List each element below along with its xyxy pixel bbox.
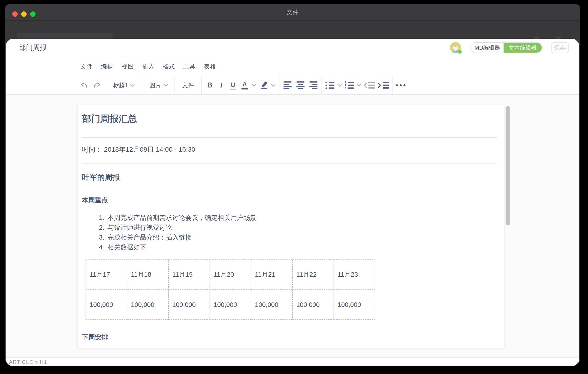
editor-mode-toggle: MD编辑器 文本编辑器 (471, 42, 542, 53)
table-value-row: 100,000 100,000 100,000 100,000 100,000 … (86, 290, 375, 320)
table-cell[interactable]: 100,000 (251, 290, 293, 320)
horizontal-rule (82, 163, 497, 164)
menu-insert[interactable]: 插入 (142, 63, 155, 70)
align-left-icon (284, 81, 292, 89)
image-insert-select[interactable]: 图片 (146, 78, 171, 92)
menu-edit[interactable]: 编辑 (101, 63, 114, 70)
doc-time-line: 时间： 2018年12月09日 14:00 - 16:30 (82, 144, 497, 154)
list-item: 本周完成产品前期需求讨论会议，确定相关用户场景 (106, 213, 497, 222)
underline-button[interactable]: U (228, 78, 238, 92)
doc-heading-3: 本周重点 (82, 195, 497, 205)
align-left-button[interactable] (283, 78, 293, 92)
window-title: 文件 (5, 4, 580, 20)
toolbar-separator (392, 76, 392, 95)
menu-view[interactable]: 视图 (122, 63, 134, 70)
align-right-icon (309, 81, 317, 89)
document-title: 部门周报 (19, 43, 47, 52)
table-header-row: 11月17 11月18 11月19 11月20 11月21 11月22 11月2… (86, 260, 375, 290)
more-options-button[interactable] (396, 78, 406, 92)
table-cell[interactable]: 100,000 (334, 290, 375, 320)
outdent-button[interactable] (364, 78, 375, 92)
editor-content-area: 部门周报汇总 时间： 2018年12月09日 14:00 - 16:30 叶军的… (6, 95, 579, 357)
align-center-button[interactable] (295, 78, 305, 92)
undo-button[interactable] (79, 78, 89, 92)
heading-select[interactable]: 标题1 (108, 78, 140, 92)
table-cell[interactable]: 100,000 (210, 290, 251, 320)
toolbar-separator (143, 76, 143, 95)
outdent-arrow-icon (364, 82, 367, 88)
menu-table[interactable]: 表格 (204, 63, 216, 70)
table-cell[interactable]: 11月23 (334, 260, 375, 290)
menu-bar: 文件 编辑 视图 插入 格式 工具 表格 (6, 57, 579, 76)
user-avatar[interactable] (450, 42, 461, 53)
table-cell[interactable]: 100,000 (127, 290, 168, 320)
table-cell[interactable]: 11月22 (293, 260, 334, 290)
more-dots-icon (396, 84, 406, 86)
table-cell[interactable]: 100,000 (293, 290, 334, 320)
numbered-list-chevron-icon[interactable] (356, 84, 361, 87)
highlighter-icon (260, 81, 268, 89)
list-item: 相关数据如下 (106, 242, 497, 252)
table-cell[interactable]: 11月20 (210, 260, 251, 290)
modal-header: 部门周报 MD编辑器 文本编辑器 保 (6, 39, 579, 57)
bullet-list-chevron-icon[interactable] (337, 84, 342, 87)
font-color-button[interactable]: A (240, 78, 250, 92)
highlight-chevron-icon[interactable] (271, 84, 276, 87)
toolbar: 标题1 图片 文件 B I U (6, 76, 579, 95)
toolbar-separator (201, 76, 202, 95)
toolbar-separator (105, 76, 105, 95)
toolbar-separator (279, 76, 280, 95)
numbered-list-button[interactable]: 1 2 3 (344, 78, 354, 92)
bullet-list-icon (326, 82, 335, 89)
menu-format[interactable]: 格式 (163, 63, 175, 70)
status-bar: ARTICLE » H1 (6, 357, 579, 366)
doc-heading-4: 下周安排 (82, 332, 497, 342)
highlight-button[interactable] (259, 78, 269, 92)
redo-icon (93, 81, 101, 89)
doc-heading-1: 部门周报汇总 (82, 112, 497, 125)
menu-file[interactable]: 文件 (80, 63, 93, 70)
menu-tools[interactable]: 工具 (183, 63, 196, 70)
vertical-scrollbar-thumb[interactable] (506, 106, 510, 225)
redo-button[interactable] (92, 78, 102, 92)
font-color-icon: A (242, 81, 248, 89)
online-status-dot (458, 50, 462, 54)
file-insert-button[interactable]: 文件 (178, 78, 198, 92)
app-window: 文件 部门周报 (5, 4, 580, 366)
toolbar-separator (322, 76, 322, 95)
table-cell[interactable]: 11月19 (168, 260, 210, 290)
element-path-breadcrumb: ARTICLE » H1 (9, 359, 47, 365)
list-item: 完成相关产品介绍：插入链接 (106, 232, 497, 242)
document-page[interactable]: 部门周报汇总 时间： 2018年12月09日 14:00 - 16:30 叶军的… (77, 105, 504, 348)
chevron-down-icon (163, 84, 168, 87)
doc-numbered-list: 本周完成产品前期需求讨论会议，确定相关用户场景 与设计师进行视觉讨论 完成相关产… (82, 213, 497, 252)
titlebar: 文件 (5, 4, 580, 21)
toolbar-separator (175, 76, 175, 95)
editor-modal: 部门周报 MD编辑器 文本编辑器 保 (6, 39, 579, 366)
indent-arrow-icon (378, 82, 381, 88)
save-button[interactable]: 保存 (551, 42, 569, 53)
indent-button[interactable] (378, 78, 389, 92)
table-cell[interactable]: 100,000 (168, 290, 210, 320)
italic-button[interactable]: I (217, 78, 226, 92)
chevron-down-icon (130, 84, 135, 87)
align-right-button[interactable] (308, 78, 318, 92)
table-cell[interactable]: 11月17 (86, 260, 127, 290)
table-cell[interactable]: 11月21 (251, 260, 293, 290)
text-editor-tab[interactable]: 文本编辑器 (504, 43, 542, 53)
data-table[interactable]: 11月17 11月18 11月19 11月20 11月21 11月22 11月2… (85, 259, 375, 320)
bold-button[interactable]: B (205, 78, 215, 92)
table-cell[interactable]: 11月18 (127, 260, 168, 290)
font-color-chevron-icon[interactable] (252, 84, 257, 87)
align-center-icon (296, 81, 304, 89)
md-editor-tab[interactable]: MD编辑器 (471, 43, 504, 53)
doc-heading-2: 叶军的周报 (82, 172, 497, 183)
bullet-list-button[interactable] (325, 78, 335, 92)
table-cell[interactable]: 100,000 (86, 290, 127, 320)
list-item: 与设计师进行视觉讨论 (106, 222, 497, 232)
numbered-list-icon: 1 2 3 (345, 82, 354, 89)
undo-icon (80, 81, 88, 89)
horizontal-rule (82, 137, 497, 138)
